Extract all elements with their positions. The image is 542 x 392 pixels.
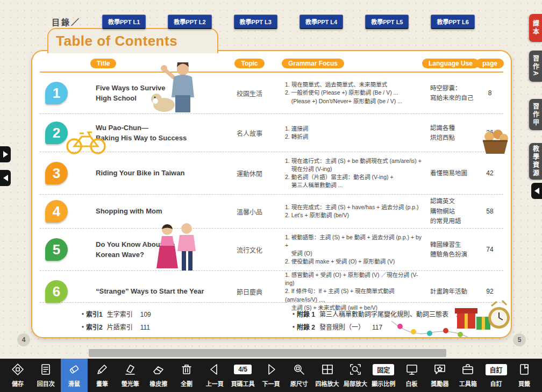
tool-toolbox[interactable]: 工具箱 bbox=[454, 359, 481, 392]
tool-label: 頁碼工具 bbox=[231, 379, 255, 388]
tool-area-zoom[interactable]: 局部放大 bbox=[342, 359, 369, 392]
index-line: ・索引1生字索引109 bbox=[80, 309, 290, 318]
index-line: ・索引2片語索引111 bbox=[80, 322, 290, 331]
tool-label: 畫筆 bbox=[96, 379, 108, 388]
unit-page-number: 8 bbox=[479, 89, 501, 97]
tool-original-size[interactable]: 原尺寸 bbox=[286, 359, 312, 392]
appendix-text: 第三人稱單數動詞字尾變化規則、動詞三態表 bbox=[319, 311, 448, 318]
ppt-button-l4[interactable]: 教學PPT L4 bbox=[299, 15, 343, 29]
tool-label: 工具箱 bbox=[459, 379, 477, 388]
tool-label: 顯示比例 bbox=[372, 379, 395, 388]
ppt-button-l1[interactable]: 教學PPT L1 bbox=[102, 15, 146, 29]
unit-title: Shopping with Mom bbox=[72, 206, 225, 217]
tool-label: 自訂 bbox=[490, 379, 502, 388]
toc-row-unit1: 1 Five Ways to Survive High School 校園生活 … bbox=[40, 73, 503, 114]
tool-custom[interactable]: 自訂 自訂 bbox=[483, 359, 510, 392]
tool-label: 頁籤 bbox=[518, 379, 530, 388]
unit-grammar: 1. 現在進行式：主詞 (S) + be 動詞現在式 (am/are/is) +… bbox=[274, 157, 423, 190]
collapse-right-button[interactable] bbox=[531, 183, 542, 199]
title-tab: Table of Contents bbox=[47, 28, 218, 53]
column-header-language-use: Language Use bbox=[422, 59, 479, 68]
ppt-button-l5[interactable]: 教學PPT L5 bbox=[365, 15, 409, 29]
index-page: 109 bbox=[140, 311, 151, 318]
chevron-left-icon bbox=[534, 188, 539, 194]
tool-label: 回目次 bbox=[37, 379, 55, 388]
toolbox-icon bbox=[461, 361, 474, 377]
column-header-grammar: Grammar Focus bbox=[282, 59, 344, 68]
tab-textbook[interactable]: 課本 bbox=[529, 14, 542, 42]
tool-four-grid-zoom[interactable]: 四格放大 bbox=[314, 359, 341, 392]
area-zoom-icon bbox=[349, 361, 362, 377]
tool-prev-page[interactable]: 上一頁 bbox=[201, 359, 228, 392]
custom-value: 自訂 bbox=[486, 364, 507, 375]
unit-page-number: 74 bbox=[479, 246, 501, 253]
tool-delete-all[interactable]: 全刪 bbox=[173, 359, 200, 392]
appendix-label: ・附錄 1 bbox=[290, 311, 315, 318]
unit-title: Do You Know About the Korean Wave? bbox=[72, 239, 225, 260]
bottom-toolbar: 儲存 回目次 滑鼠 畫筆 螢光筆 bbox=[0, 359, 542, 392]
ratio-value: 固定 bbox=[373, 364, 394, 375]
ppt-button-l6[interactable]: 教學PPT L6 bbox=[431, 15, 474, 29]
horizontal-scrollbar[interactable] bbox=[89, 349, 446, 357]
page-number-box[interactable]: 4/5 bbox=[234, 361, 252, 377]
tool-label: 全刪 bbox=[181, 379, 192, 388]
tool-page-tab[interactable]: 頁籤 bbox=[511, 359, 538, 392]
zoom-original-icon bbox=[293, 361, 305, 377]
unit-grammar: 1. 連接詞 2. 轉折詞 bbox=[274, 125, 423, 141]
tool-back-to-toc[interactable]: 回目次 bbox=[32, 359, 59, 392]
unit-number-badge: 5 bbox=[45, 238, 68, 261]
appendix-page: 117 bbox=[372, 324, 382, 331]
unit-language-use: 計畫跨年活動 bbox=[423, 287, 479, 296]
unit-title: Riding Your Bike in Taiwan bbox=[72, 168, 225, 179]
tool-mouse[interactable]: 滑鼠 bbox=[61, 359, 88, 392]
toc-table: Title Topic Grammar Focus Language Use p… bbox=[40, 55, 503, 333]
custom-box[interactable]: 自訂 bbox=[486, 361, 507, 377]
unit-language-use: 看懂簡易地圖 bbox=[423, 168, 479, 178]
eraser-icon bbox=[152, 361, 165, 377]
tool-next-page[interactable]: 下一頁 bbox=[258, 359, 284, 392]
tool-whiteboard[interactable]: 白板 bbox=[398, 359, 425, 392]
tool-pen[interactable]: 畫筆 bbox=[89, 359, 116, 392]
index-page: 111 bbox=[140, 324, 150, 331]
tool-eraser[interactable]: 橡皮擦 bbox=[145, 359, 172, 392]
index-text: 片語索引 bbox=[107, 324, 133, 331]
ppt-button-l2[interactable]: 教學PPT L2 bbox=[168, 15, 211, 29]
column-header-topic: Topic bbox=[234, 59, 264, 68]
prev-spread-button[interactable] bbox=[0, 170, 11, 186]
ratio-box[interactable]: 固定 bbox=[373, 361, 394, 377]
book-page: Title Topic Grammar Focus Language Use p… bbox=[31, 50, 512, 338]
index-label: ・索引2 bbox=[80, 324, 103, 331]
page-number-value: 4/5 bbox=[234, 365, 252, 374]
indices-section: ・索引1生字索引109 ・索引2片語索引111 ・附錄 1第三人稱單數動詞字尾變… bbox=[40, 303, 503, 331]
toc-row-unit3: 3 Riding Your Bike in Taiwan 運動休閒 1. 現在進… bbox=[40, 152, 503, 195]
ppt-button-l3[interactable]: 教學PPT L3 bbox=[234, 15, 277, 29]
tab-workbook-a[interactable]: 習作A bbox=[529, 51, 542, 82]
unit-topic: 節日慶典 bbox=[225, 287, 274, 296]
tool-label: 白板 bbox=[406, 379, 418, 388]
tool-label: 局部放大 bbox=[344, 379, 367, 388]
prev-page-icon bbox=[208, 361, 221, 377]
unit-topic: 運動休閒 bbox=[225, 169, 274, 178]
tool-highlighter[interactable]: 螢光筆 bbox=[117, 359, 144, 392]
unit-grammar: 1. 被動語態：主詞 (S) + be 動詞 + 過去分詞 (p.p.) + b… bbox=[274, 233, 423, 266]
tool-display-ratio[interactable]: 固定 顯示比例 bbox=[370, 359, 397, 392]
page-number-left: 4 bbox=[17, 333, 30, 346]
reward-icon bbox=[433, 361, 446, 377]
tool-label: 四格放大 bbox=[316, 379, 339, 388]
tab-workbook-jia[interactable]: 習作甲 bbox=[529, 99, 542, 130]
unit-title: Wu Pao-Chun— Baking His Way to Success bbox=[72, 123, 225, 144]
tool-reward[interactable]: 獎勵器 bbox=[426, 359, 453, 392]
tab-teaching-resources[interactable]: 教學資源 bbox=[529, 143, 542, 180]
mouse-icon bbox=[68, 361, 81, 377]
unit-number-badge: 3 bbox=[45, 162, 68, 184]
tool-save[interactable]: 儲存 bbox=[4, 359, 31, 392]
toc-icon bbox=[39, 361, 52, 377]
tool-page-number[interactable]: 4/5 頁碼工具 bbox=[230, 359, 256, 392]
unit-grammar: 1. 現在簡單式、過去簡單式、未來簡單式 2. 一般祈使句 (Please +)… bbox=[274, 81, 423, 105]
bookmark-icon bbox=[518, 361, 531, 377]
tool-label: 橡皮擦 bbox=[149, 379, 167, 388]
expand-left-button[interactable] bbox=[0, 146, 11, 162]
index-text: 生字索引 bbox=[107, 311, 133, 318]
unit-number-badge: 1 bbox=[45, 82, 68, 104]
trash-icon bbox=[180, 361, 193, 377]
